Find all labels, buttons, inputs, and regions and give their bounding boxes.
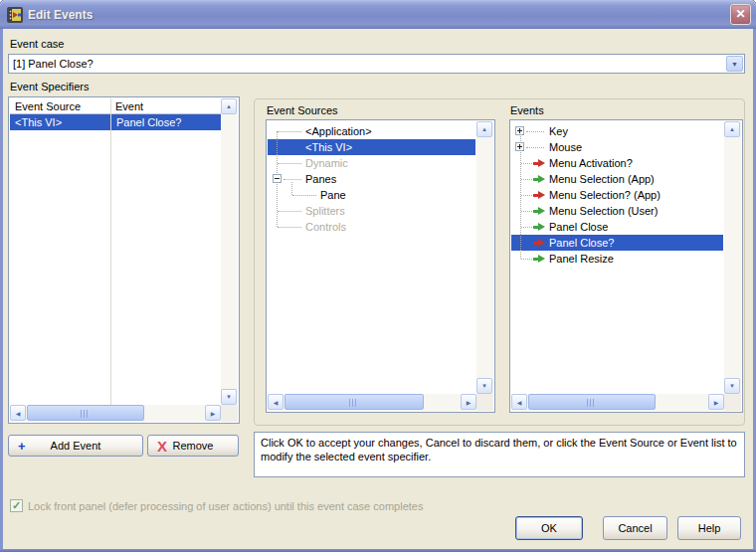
tree-guide-line [291, 182, 292, 195]
column-divider[interactable] [110, 98, 111, 405]
lock-front-panel-checkbox[interactable] [10, 499, 23, 512]
expand-plus-icon[interactable] [515, 126, 524, 135]
x-icon: X [157, 440, 167, 453]
expand-plus-icon[interactable] [515, 142, 524, 151]
chevron-down-icon[interactable]: ▼ [726, 56, 743, 72]
notify-event-icon [533, 175, 545, 183]
filter-event-icon [533, 239, 545, 247]
scroll-down-icon[interactable]: ▼ [476, 378, 492, 394]
ok-button[interactable]: OK [515, 516, 583, 540]
event-case-value: [1] Panel Close? [9, 58, 726, 70]
event-case-combobox[interactable]: [1] Panel Close? ▼ [8, 54, 745, 74]
event-specifiers-label: Event Specifiers [10, 81, 89, 92]
tree-connector [526, 147, 544, 148]
remove-label: Remove [173, 440, 214, 452]
tree-item-mouse[interactable]: Mouse [511, 139, 723, 155]
horizontal-scrollbar[interactable]: ◀ ▶ [268, 394, 476, 411]
tree-item-menu-selection-app[interactable]: Menu Selection (App) [511, 171, 723, 187]
event-sources-tree: <Application> <This VI> Dynamic Panes Pa… [266, 119, 495, 413]
instructions-text: Click OK to accept your changes, Cancel … [261, 437, 737, 462]
vertical-scrollbar[interactable]: ▲ ▼ [221, 98, 238, 405]
tree-connector [521, 195, 532, 196]
tree-connector [292, 195, 316, 196]
title-bar[interactable]: Edit Events ✕ [0, 0, 756, 29]
scrollbar-thumb[interactable] [284, 394, 424, 410]
vertical-scrollbar[interactable]: ▲ ▼ [476, 121, 493, 394]
tree-item-panel-close-q[interactable]: Panel Close? [511, 235, 723, 251]
tree-item-menu-selection-user[interactable]: Menu Selection (User) [511, 203, 723, 219]
event-case-label: Event case [10, 38, 64, 50]
scrollbar-corner [476, 394, 493, 411]
window-title: Edit Events [28, 8, 93, 22]
tree-connector [521, 163, 532, 164]
tree-connector [521, 227, 532, 228]
scroll-right-icon[interactable]: ▶ [205, 405, 221, 421]
scrollbar-corner [724, 394, 741, 411]
add-event-label: Add Event [51, 440, 101, 452]
horizontal-scrollbar[interactable]: ◀ ▶ [511, 394, 724, 411]
tree-item-menu-activation[interactable]: Menu Activation? [511, 155, 723, 171]
tree-connector [521, 211, 532, 212]
scroll-up-icon[interactable]: ▲ [221, 98, 237, 114]
tree-item-panel-close[interactable]: Panel Close [511, 219, 723, 235]
tree-connector [521, 259, 532, 260]
scroll-down-icon[interactable]: ▼ [724, 378, 740, 394]
tree-item-pane[interactable]: Pane [268, 187, 475, 203]
tree-item-key[interactable]: Key [511, 123, 723, 139]
help-label: Help [698, 522, 721, 534]
tree-item-controls[interactable]: Controls [268, 219, 475, 235]
notify-event-icon [533, 255, 545, 263]
horizontal-scrollbar[interactable]: ◀ ▶ [10, 405, 221, 422]
tree-item-application[interactable]: <Application> [268, 123, 475, 139]
scroll-down-icon[interactable]: ▼ [221, 389, 237, 405]
add-event-button[interactable]: + Add Event [8, 435, 143, 457]
remove-button[interactable]: X Remove [147, 435, 239, 457]
scroll-up-icon[interactable]: ▲ [476, 121, 492, 137]
collapse-minus-icon[interactable] [273, 174, 282, 183]
column-header-event: Event [110, 98, 221, 113]
notify-event-icon [533, 223, 545, 231]
event-cell: Panel Close? [110, 114, 221, 130]
tree-item-menu-selection-q-app[interactable]: Menu Selection? (App) [511, 187, 723, 203]
event-sources-label: Event Sources [267, 104, 338, 116]
filter-event-icon [533, 191, 545, 199]
events-tree: Key Mouse Menu Activation? Menu Selectio… [509, 119, 743, 413]
tree-item-this-vi[interactable]: <This VI> [268, 139, 475, 155]
table-header: Event Source Event [10, 98, 221, 114]
scroll-left-icon[interactable]: ◀ [10, 405, 26, 421]
filter-event-icon [533, 159, 545, 167]
tree-connector [278, 131, 301, 132]
cancel-button[interactable]: Cancel [603, 516, 667, 540]
table-row[interactable]: <This VI> Panel Close? [10, 114, 221, 130]
scroll-left-icon[interactable]: ◀ [511, 394, 527, 410]
window-border-left [0, 29, 3, 552]
tree-item-panes[interactable]: Panes [268, 171, 475, 187]
tree-item-dynamic[interactable]: Dynamic [268, 155, 475, 171]
scroll-left-icon[interactable]: ◀ [268, 394, 284, 410]
tree-connector [284, 179, 301, 180]
scroll-right-icon[interactable]: ▶ [708, 394, 724, 410]
cancel-label: Cancel [618, 522, 652, 534]
scrollbar-thumb[interactable] [528, 394, 656, 410]
tree-connector [521, 179, 532, 180]
instructions-text-box: Click OK to accept your changes, Cancel … [254, 432, 745, 477]
plus-icon: + [18, 440, 26, 453]
scrollbar-thumb[interactable] [27, 405, 144, 421]
close-icon[interactable]: ✕ [730, 4, 751, 25]
event-source-cell: <This VI> [10, 114, 110, 130]
labview-vi-icon [7, 7, 23, 23]
scroll-right-icon[interactable]: ▶ [461, 394, 476, 410]
help-button[interactable]: Help [677, 516, 741, 540]
ok-label: OK [541, 522, 557, 534]
vertical-scrollbar[interactable]: ▲ ▼ [724, 121, 741, 394]
edit-events-dialog: Edit Events ✕ Event case [1] Panel Close… [0, 0, 756, 552]
tree-connector [278, 211, 301, 212]
scroll-up-icon[interactable]: ▲ [724, 121, 740, 137]
lock-front-panel-label: Lock front panel (defer processing of us… [28, 500, 423, 512]
tree-item-splitters[interactable]: Splitters [268, 203, 475, 219]
tree-connector [278, 227, 301, 228]
tree-connector [278, 163, 301, 164]
column-header-event-source: Event Source [10, 98, 110, 113]
tree-item-panel-resize[interactable]: Panel Resize [511, 251, 723, 267]
scrollbar-corner [221, 405, 238, 422]
